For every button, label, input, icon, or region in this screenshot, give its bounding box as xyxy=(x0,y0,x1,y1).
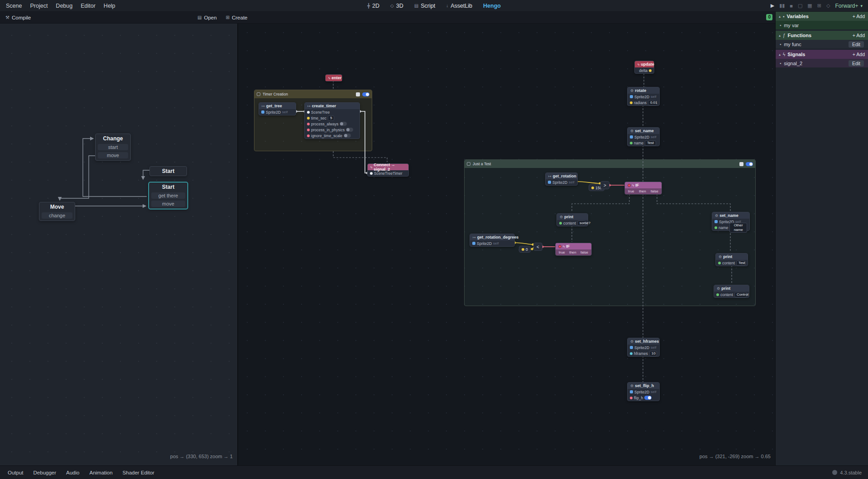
signal-item[interactable]: ▪ signal_2 Edit xyxy=(776,59,868,67)
signals-icon: ϟ xyxy=(783,52,785,57)
bottom-tab-audio[interactable]: Audio xyxy=(61,468,84,477)
mapsto-icon: ↦ xyxy=(307,104,311,108)
node-set-name[interactable]: ⚙set_name Sprite2Dself nameTest xyxy=(627,127,660,146)
value-input[interactable]: 0.01 xyxy=(648,100,657,105)
node-greater-than[interactable]: > xyxy=(600,181,609,189)
bottom-tab-animation[interactable]: Animation xyxy=(84,468,117,477)
node-less-than[interactable]: < xyxy=(533,243,542,251)
tab-3d[interactable]: ◇ 3D xyxy=(386,2,408,10)
node-if-2[interactable]: ϟIF true then false xyxy=(555,243,592,256)
node-set-hframes[interactable]: ⚙set_hframes Sprite2Dself hframes10 xyxy=(627,338,660,357)
add-function-button[interactable]: + Add xyxy=(853,33,865,38)
bool-toggle[interactable] xyxy=(644,396,652,400)
node-print-2[interactable]: ⚙print contentTest xyxy=(715,253,748,266)
compile-button[interactable]: ⚒ Compile xyxy=(3,14,34,21)
node-connect-signal[interactable]: ϟConnect → signal_2 SceneTreeTimer xyxy=(367,163,409,177)
node-get-rotation-degrees[interactable]: ↦get_rotation_degrees Sprite2Dself xyxy=(470,234,515,247)
collapse-icon[interactable]: ▴ xyxy=(779,34,781,38)
stop-icon[interactable]: ■ xyxy=(790,3,793,9)
menu-help[interactable]: Help xyxy=(100,2,120,10)
node-rotate[interactable]: ⚙rotate Sprite2Dself radians0.01 xyxy=(627,87,660,106)
renderer-label: Forward+ xyxy=(835,3,858,9)
bool-toggle[interactable] xyxy=(340,122,347,126)
godot-icon xyxy=(832,470,837,475)
bottom-tab-output[interactable]: Output xyxy=(3,468,29,477)
add-variable-button[interactable]: + Add xyxy=(853,14,865,19)
play-icon[interactable]: ▶ xyxy=(771,3,774,9)
bool-toggle[interactable] xyxy=(346,128,353,132)
play-custom-icon[interactable]: ⊞ xyxy=(817,3,821,9)
value-input[interactable]: 5 xyxy=(328,115,334,121)
node-enter[interactable]: ϟenter xyxy=(325,74,342,81)
state-machine-panel[interactable]: Change start move Start Start get there … xyxy=(0,24,238,465)
value-input[interactable]: Other name xyxy=(729,223,747,233)
node-set-name-2[interactable]: ⚙set_name Sprite2Dself nameOther name xyxy=(712,212,750,231)
node-if-1[interactable]: ϟIF true then false xyxy=(624,182,662,195)
operator-label: < xyxy=(537,244,539,249)
gear-icon: ⚙ xyxy=(719,255,722,259)
value-input[interactable]: Test xyxy=(736,260,745,266)
edit-signal-button[interactable]: Edit xyxy=(849,60,864,67)
menu-debug[interactable]: Debug xyxy=(52,2,77,10)
edit-function-button[interactable]: Edit xyxy=(849,41,864,48)
open-button[interactable]: ▤ Open xyxy=(195,14,220,21)
node-set-flip-h[interactable]: ⚙set_flip_h Sprite2Dself flip_h xyxy=(627,382,660,401)
menubar: Scene Project Debug Editor Help ╋ 2D ◇ 3… xyxy=(0,0,868,12)
hengo-toolbar: ⚒ Compile ▤ Open ⊞ Create 0 xyxy=(0,12,775,24)
bottom-tab-shader-editor[interactable]: Shader Editor xyxy=(118,468,159,477)
value-input[interactable]: 10 xyxy=(649,351,657,356)
value-input[interactable]: Test xyxy=(645,140,656,146)
node-title: print xyxy=(564,215,573,219)
signal-icon: ▪ xyxy=(780,61,781,66)
pin-false[interactable]: false xyxy=(580,250,588,254)
collapse-icon[interactable]: ▴ xyxy=(779,14,781,19)
create-icon: ⊞ xyxy=(226,15,230,20)
node-get-tree[interactable]: ↦get_tree Sprite2Dself xyxy=(259,102,296,115)
node-print-3[interactable]: ⚙print contentControl xyxy=(714,285,749,298)
node-value-0[interactable]: 0 xyxy=(519,246,531,253)
pause-icon[interactable]: ▮▮ xyxy=(779,3,785,9)
pin-then[interactable]: then xyxy=(569,250,576,254)
menu-project[interactable]: Project xyxy=(26,2,52,10)
signals-section: ▴ ϟ Signals + Add ▪ signal_2 Edit xyxy=(776,50,868,67)
node-create-timer[interactable]: ↦create_timer SceneTree time_sec5 proces… xyxy=(304,102,360,139)
play-scene-icon[interactable]: ▦ xyxy=(807,3,812,9)
signals-header[interactable]: ▴ ϟ Signals + Add xyxy=(776,50,868,59)
bottom-tab-debugger[interactable]: Debugger xyxy=(29,468,62,477)
collapse-icon[interactable]: ▴ xyxy=(779,53,781,57)
node-print-1[interactable]: ⚙print contentsome? xyxy=(556,213,588,226)
pin-true[interactable]: true xyxy=(628,189,634,193)
add-signal-button[interactable]: + Add xyxy=(853,52,865,57)
renderer-select[interactable]: Forward+ ▾ xyxy=(835,3,863,9)
value-input[interactable]: Control xyxy=(734,292,747,297)
pin-true[interactable]: true xyxy=(559,250,565,254)
profiler-icon[interactable]: ◇ xyxy=(826,3,830,9)
variable-item[interactable]: ▪ my var xyxy=(776,21,868,29)
bool-toggle[interactable] xyxy=(344,134,351,138)
create-button[interactable]: ⊞ Create xyxy=(223,14,250,21)
create-label: Create xyxy=(232,15,248,20)
tab-2d[interactable]: ╋ 2D xyxy=(363,2,384,10)
mapsto-icon: ↦ xyxy=(473,235,476,240)
node-title: update xyxy=(641,62,654,67)
value-input[interactable]: some? xyxy=(577,220,585,226)
lightning-icon: ϟ xyxy=(638,62,639,67)
variables-header[interactable]: ▴ ▪ Variables + Add xyxy=(776,12,868,21)
branch-icon: ϟ xyxy=(563,244,565,249)
node-get-rotation[interactable]: ↦get_rotation Sprite2Dself xyxy=(545,172,578,186)
movie-mode-icon[interactable]: ▢ xyxy=(798,3,802,9)
graph-canvas[interactable]: Timer Creation Just a Test xyxy=(238,24,775,465)
node-update[interactable]: ϟupdate delta xyxy=(634,61,654,74)
tab-script[interactable]: ▤ Script xyxy=(410,2,440,10)
tab-assetlib[interactable]: ↓ AssetLib xyxy=(441,2,477,10)
tab-hengo[interactable]: Hengo xyxy=(479,2,505,10)
param-label: content xyxy=(563,221,576,225)
function-item[interactable]: ▪ my func Edit xyxy=(776,40,868,48)
functions-header[interactable]: ▴ ƒ Functions + Add xyxy=(776,31,868,40)
pin-then[interactable]: then xyxy=(639,189,646,193)
object-icon xyxy=(715,220,718,223)
menu-scene[interactable]: Scene xyxy=(2,2,26,10)
menu-editor[interactable]: Editor xyxy=(77,2,100,10)
node-title: set_name xyxy=(719,213,739,218)
pin-false[interactable]: false xyxy=(651,189,658,193)
